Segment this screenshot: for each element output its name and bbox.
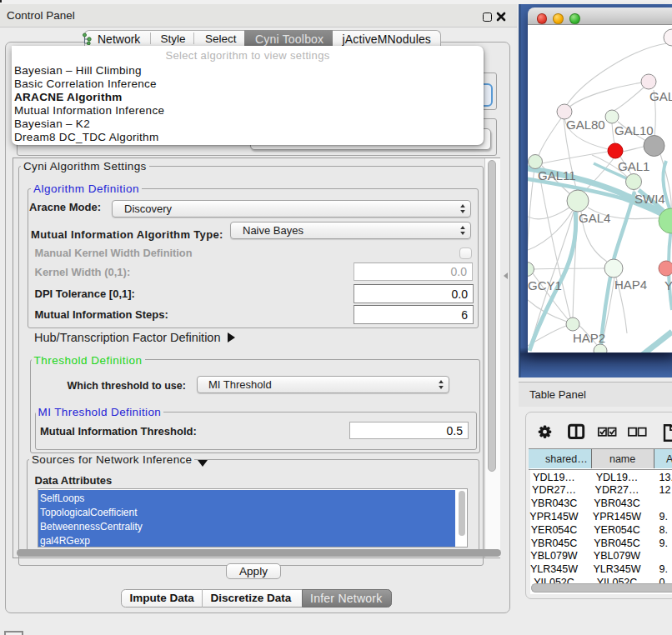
svg-text:GAL1: GAL1: [618, 159, 649, 173]
svg-text:GAL10: GAL10: [614, 123, 654, 138]
svg-text:Y: Y: [664, 278, 672, 292]
svg-text:GAL11: GAL11: [538, 168, 576, 182]
svg-text:HAP4: HAP4: [614, 278, 647, 292]
svg-text:GAL80: GAL80: [566, 118, 605, 132]
svg-text:GAL4: GAL4: [579, 211, 610, 225]
svg-text:SWI4: SWI4: [634, 192, 665, 206]
svg-text:GCY1: GCY1: [528, 278, 562, 292]
svg-text:GAL: GAL: [649, 89, 672, 103]
svg-text:HAP2: HAP2: [573, 331, 605, 345]
